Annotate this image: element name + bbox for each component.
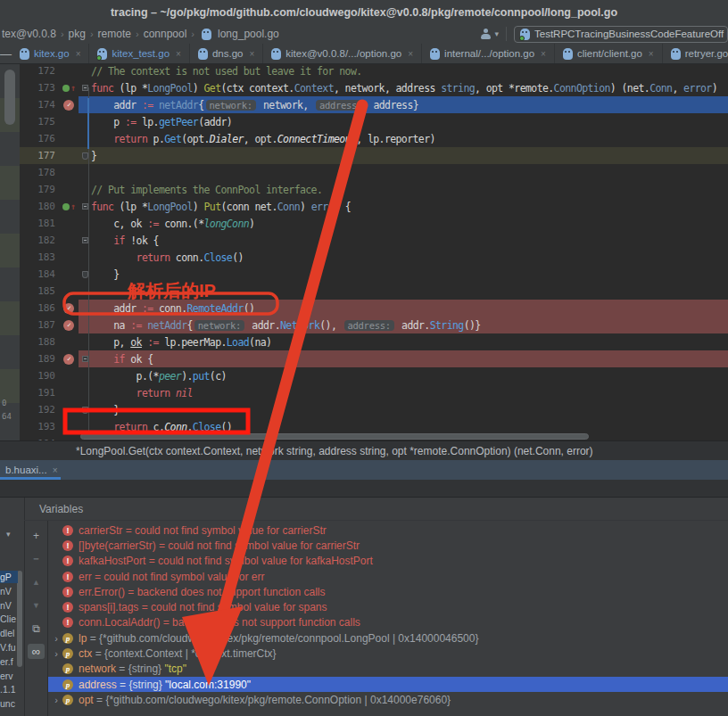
breadcrumb-separator: › (60, 29, 65, 39)
variable-row[interactable]: !err.Error() = backend does not support … (48, 584, 728, 599)
breakpoint-icon[interactable]: ✓ (59, 303, 79, 314)
close-icon[interactable]: × (53, 465, 58, 475)
editor-tab[interactable]: dns.go× (190, 44, 263, 63)
run-configuration-select[interactable]: TestRPCTracingBusinessCodeFeatureOff in … (514, 26, 728, 43)
variable-row[interactable]: !err = could not find symbol value for e… (48, 569, 728, 584)
variable-row[interactable]: !kafkaHostPort = could not find symbol v… (48, 554, 728, 569)
code-line[interactable]: 188 p, ok := lp.peerMap.Load(na) (20, 333, 728, 350)
horizontal-scrollbar[interactable] (80, 433, 589, 440)
frame-item[interactable]: Clie (0, 613, 18, 625)
variable-row[interactable]: ›pctx = {context.Context | *context.time… (48, 646, 728, 661)
implements-method-icon[interactable]: ↑ (59, 202, 79, 211)
move-down-button[interactable]: ▼ (28, 597, 45, 613)
frame-item[interactable]: dlel (0, 627, 18, 639)
code-editor[interactable]: 064 172// The context is not used but le… (0, 64, 728, 440)
code-line[interactable]: 191 return nil (20, 384, 728, 401)
go-file-icon (20, 48, 29, 60)
add-watch-button[interactable]: + (28, 528, 45, 543)
expand-chevron-icon[interactable]: › (50, 648, 62, 659)
code-line[interactable]: 184 } (20, 266, 728, 283)
code-line[interactable]: 176 return p.Get(opt.Dialer, opt.Connect… (20, 130, 728, 147)
breakpoint-icon[interactable]: ✓ (59, 354, 79, 365)
frames-list-sliver[interactable]: ▾ gPnVnVCliedlelV.fuer.ferv.1.1uncunc (0, 521, 24, 716)
code-line[interactable]: 175 p := lp.getPeer(addr) (20, 113, 728, 130)
editor-tab[interactable]: kitex.go× (12, 44, 89, 63)
variables-tree[interactable]: !carrierStr = could not find symbol valu… (48, 523, 728, 716)
code-text: p := lp.getPeer(addr) (91, 116, 728, 128)
variable-row[interactable]: !carrierStr = could not find symbol valu… (48, 523, 728, 538)
close-icon[interactable]: × (649, 49, 654, 59)
expand-chevron-icon[interactable]: › (50, 695, 62, 705)
frame-item[interactable]: nV (0, 585, 18, 597)
code-line[interactable]: 185 (20, 283, 728, 300)
expand-chevron-icon[interactable]: › (50, 633, 62, 644)
chevron-down-icon[interactable]: ▾ (494, 29, 499, 38)
editor-tab[interactable]: client/client.go× (555, 44, 663, 63)
frame-item[interactable]: gP (0, 571, 18, 583)
code-line[interactable]: 172// The context is not used but leave … (20, 64, 728, 79)
frame-item[interactable]: nV (0, 599, 18, 612)
code-line[interactable]: 173↑func (lp *LongPool) Get(ctx context.… (20, 79, 728, 96)
sliver-block (0, 166, 20, 200)
code-line[interactable]: 174✓ addr := netAddr{network: network, a… (20, 96, 728, 113)
breakpoint-icon[interactable]: ✓ (59, 320, 79, 331)
breadcrumb-item[interactable]: connpool (144, 28, 187, 40)
code-line[interactable]: 183 return conn.Close() (20, 249, 728, 266)
code-line[interactable]: 186✓ addr := conn.RemoteAddr() (20, 300, 728, 317)
code-token: RemoteAddr (187, 302, 244, 315)
sliver-scrollbar[interactable] (4, 70, 15, 125)
breadcrumb-item[interactable]: tex@v0.0.8 (2, 28, 56, 40)
close-icon[interactable]: × (249, 49, 254, 59)
variable-row[interactable]: ![]byte(carrierStr) = could not find sym… (48, 538, 728, 553)
close-icon[interactable]: × (76, 49, 81, 59)
duplicate-watch-button[interactable]: ⧉ (28, 621, 45, 636)
code-line[interactable]: 187✓ na := netAddr{network: addr.Network… (20, 317, 728, 333)
breadcrumb-item[interactable]: remote (98, 28, 131, 40)
frame-item[interactable]: erv (0, 670, 18, 682)
go-file-icon (202, 29, 211, 40)
variable-row[interactable]: paddress = {string} "local.com:31990" (48, 677, 728, 692)
close-icon[interactable]: × (176, 49, 181, 59)
remove-watch-button[interactable]: ━ (28, 551, 45, 566)
hide-tabs-icon[interactable]: — (0, 44, 12, 63)
chevron-down-icon[interactable]: ▾ (6, 530, 11, 539)
code-line-body: return nil (79, 384, 728, 401)
close-icon[interactable]: × (408, 49, 413, 59)
code-line[interactable]: 180↑func (lp *LongPool) Put(conn net.Con… (20, 198, 728, 215)
breadcrumb-item[interactable]: pkg (69, 28, 86, 40)
code-line[interactable]: 181 c, ok := conn.(*longConn) (20, 215, 728, 232)
code-line[interactable]: 178 (20, 164, 728, 181)
code-line[interactable]: 192 } (20, 401, 728, 418)
divider (506, 27, 507, 41)
variable-row[interactable]: !spans[i].tags = could not find symbol v… (48, 599, 728, 614)
variable-row[interactable]: !conn.LocalAddr() = backend does not sup… (48, 615, 728, 630)
fold-end-icon (82, 407, 88, 414)
close-icon[interactable]: × (541, 49, 546, 59)
frame-item[interactable]: unc (0, 697, 18, 710)
code-token: Dialer (210, 133, 244, 145)
variable-row[interactable]: ›popt = {*github.com/cloudwego/kitex/pkg… (48, 692, 728, 707)
code-line[interactable]: 189✓ if ok { (20, 350, 728, 367)
editor-tab[interactable]: kitex_test.go× (89, 44, 189, 63)
sliver-line-number: 0 (2, 399, 6, 407)
frame-item[interactable]: V.fu (0, 641, 18, 654)
editor-tab[interactable]: internal/.../option.go× (422, 44, 555, 63)
frame-item[interactable]: er.f (0, 655, 18, 668)
frame-item[interactable]: unc (0, 712, 18, 716)
code-line[interactable]: 182 if !ok { (20, 232, 728, 249)
show-watches-button[interactable]: ∞ (28, 644, 45, 659)
breadcrumb-item[interactable]: long_pool.go (218, 28, 279, 40)
code-line[interactable]: 177} (20, 147, 728, 164)
move-up-button[interactable]: ▲ (28, 574, 45, 589)
variable-row[interactable]: ›plp = {*github.com/cloudwego/kitex/pkg/… (48, 630, 728, 646)
code-line[interactable]: 190 p.(*peer).put(c) (20, 367, 728, 384)
editor-tab[interactable]: kitex@v0.0.8/.../option.go× (263, 44, 422, 63)
implements-method-icon[interactable]: ↑ (59, 83, 79, 93)
editor-tab[interactable]: retryer.go× (663, 44, 728, 63)
variable-row[interactable]: pnetwork = {string} "tcp" (48, 662, 728, 677)
breakpoint-icon[interactable]: ✓ (59, 100, 79, 111)
user-icon[interactable] (480, 29, 492, 40)
code-line[interactable]: 179// Put implements the ConnPool interf… (20, 181, 728, 198)
debug-session-tab[interactable]: b.huaxi... × (0, 460, 65, 480)
frame-item[interactable]: .1.1 (0, 683, 18, 695)
